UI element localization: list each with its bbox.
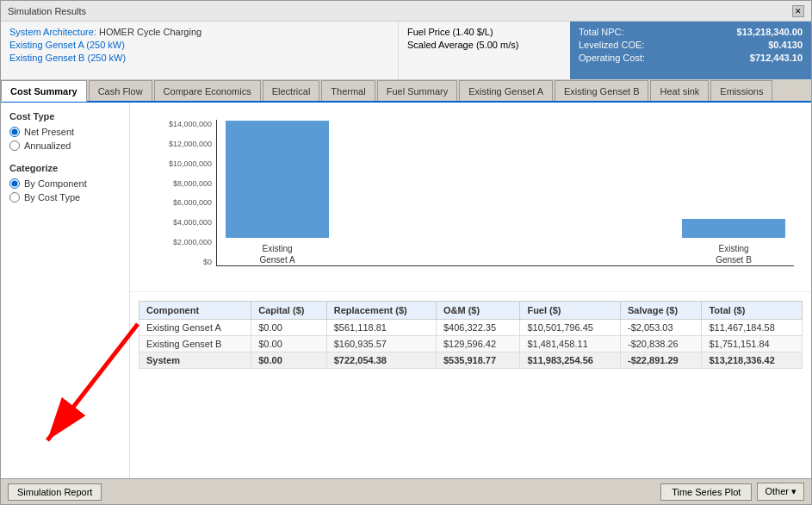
- operating-cost-value: $712,443.10: [750, 53, 803, 63]
- row2-replacement: $160,935.57: [326, 336, 436, 352]
- row3-component: System: [139, 352, 251, 369]
- col-capital: Capital ($): [251, 302, 327, 320]
- y-label-8m: $8,000,000: [173, 179, 212, 188]
- row2-om: $129,596.42: [436, 336, 519, 352]
- row1-component: Existing Genset A: [139, 320, 251, 336]
- by-cost-type-label: By Cost Type: [24, 192, 80, 203]
- bars-container: ExistingGenset A ExistingGenset B: [217, 120, 794, 265]
- row2-fuel: $1,481,458.11: [520, 336, 621, 352]
- time-series-plot-button[interactable]: Time Series Plot: [660, 483, 752, 501]
- other-button[interactable]: Other ▾: [757, 483, 804, 501]
- categorize-title: Categorize: [9, 163, 121, 173]
- bar-label-genset-b: ExistingGenset B: [716, 243, 752, 265]
- scaled-average-value: Scaled Average (5.00 m/s): [407, 40, 518, 50]
- title-bar: Simulation Results ✕: [1, 1, 811, 22]
- info-panel: System Architecture: HOMER Cycle Chargin…: [1, 22, 811, 80]
- main-window: Simulation Results ✕ System Architecture…: [0, 0, 812, 505]
- tab-bar: Cost Summary Cash Flow Compare Economics…: [1, 80, 811, 103]
- tab-cash-flow[interactable]: Cash Flow: [89, 80, 152, 101]
- row1-fuel: $10,501,796.45: [520, 320, 621, 336]
- net-present-input[interactable]: [9, 127, 20, 137]
- annualized-input[interactable]: [9, 140, 20, 151]
- table-area: Component Capital ($) Replacement ($) O&…: [130, 292, 811, 377]
- tab-cost-summary[interactable]: Cost Summary: [1, 80, 87, 102]
- y-axis: $14,000,000 $12,000,000 $10,000,000 $8,0…: [139, 120, 216, 266]
- tab-existing-genset-b[interactable]: Existing Genset B: [555, 80, 648, 101]
- col-salvage: Salvage ($): [620, 302, 701, 320]
- row1-total: $11,467,184.58: [702, 320, 803, 336]
- y-label-12m: $12,000,000: [169, 140, 212, 148]
- col-om: O&M ($): [436, 302, 519, 320]
- y-label-4m: $4,000,000: [173, 218, 212, 227]
- row1-om: $406,322.35: [436, 320, 519, 336]
- bar-genset-b: [682, 219, 785, 238]
- tab-existing-genset-a[interactable]: Existing Genset A: [459, 80, 553, 101]
- operating-cost-row: Operating Cost: $712,443.10: [579, 53, 803, 63]
- by-component-label: By Component: [24, 178, 87, 189]
- info-right: Total NPC: $13,218,340.00 Levelized COE:…: [570, 22, 811, 79]
- tab-emissions[interactable]: Emissions: [710, 80, 772, 101]
- col-component: Component: [139, 302, 251, 320]
- col-replacement: Replacement ($): [326, 302, 436, 320]
- col-total: Total ($): [702, 302, 803, 320]
- y-label-10m: $10,000,000: [169, 159, 212, 168]
- simulation-report-button[interactable]: Simulation Report: [8, 483, 102, 501]
- table-body: Existing Genset A $0.00 $561,118.81 $406…: [139, 320, 803, 369]
- row2-component: Existing Genset B: [139, 336, 251, 352]
- levelized-coe-value: $0.4130: [768, 40, 803, 50]
- y-label-14m: $14,000,000: [169, 120, 212, 128]
- window-title: Simulation Results: [8, 6, 86, 16]
- right-buttons: Time Series Plot Other ▾: [660, 483, 804, 501]
- main-area: $14,000,000 $12,000,000 $10,000,000 $8,0…: [130, 103, 811, 478]
- tab-compare-economics[interactable]: Compare Economics: [154, 80, 261, 101]
- table-row: Existing Genset B $0.00 $160,935.57 $129…: [139, 336, 803, 352]
- scaled-average-row: Scaled Average (5.00 m/s): [407, 40, 561, 50]
- cost-table: Component Capital ($) Replacement ($) O&…: [139, 301, 803, 369]
- row3-salvage: -$22,891.29: [620, 352, 701, 369]
- row3-om: $535,918.77: [436, 352, 519, 369]
- annualized-radio[interactable]: Annualized: [9, 140, 121, 151]
- tab-fuel-summary[interactable]: Fuel Summary: [377, 80, 458, 101]
- tab-electrical[interactable]: Electrical: [263, 80, 320, 101]
- by-cost-type-radio[interactable]: By Cost Type: [9, 192, 121, 203]
- row3-capital: $0.00: [251, 352, 327, 369]
- net-present-radio[interactable]: Net Present: [9, 127, 121, 137]
- chart-area: $14,000,000 $12,000,000 $10,000,000 $8,0…: [130, 103, 811, 292]
- by-component-input[interactable]: [9, 178, 20, 189]
- left-panel: Cost Type Net Present Annualized Categor…: [1, 103, 130, 478]
- tab-thermal[interactable]: Thermal: [321, 80, 375, 101]
- row1-replacement: $561,118.81: [326, 320, 436, 336]
- close-button[interactable]: ✕: [792, 5, 804, 17]
- total-npc-value: $13,218,340.00: [737, 27, 803, 37]
- operating-cost-label: Operating Cost:: [579, 53, 645, 63]
- row3-total: $13,218,336.42: [702, 352, 803, 369]
- by-component-radio[interactable]: By Component: [9, 178, 121, 189]
- levelized-coe-label: Levelized COE:: [579, 40, 644, 50]
- bar-group-genset-a: ExistingGenset A: [226, 121, 329, 265]
- y-label-0: $0: [203, 258, 212, 266]
- table-row-system: System $0.00 $722,054.38 $535,918.77 $11…: [139, 352, 803, 369]
- table-row: Existing Genset A $0.00 $561,118.81 $406…: [139, 320, 803, 336]
- row3-replacement: $722,054.38: [326, 352, 436, 369]
- total-npc-row: Total NPC: $13,218,340.00: [579, 27, 803, 37]
- chart-container: $14,000,000 $12,000,000 $10,000,000 $8,0…: [139, 111, 794, 266]
- chart-plot: ExistingGenset A ExistingGenset B: [216, 120, 794, 266]
- bottom-bar: Simulation Report Time Series Plot Other…: [1, 478, 811, 504]
- genset-b-row: Existing Genset B (250 kW): [9, 53, 389, 63]
- row1-capital: $0.00: [251, 320, 327, 336]
- bar-group-genset-b: ExistingGenset B: [682, 219, 785, 265]
- row1-salvage: -$2,053.03: [620, 320, 701, 336]
- total-npc-label: Total NPC:: [579, 27, 624, 37]
- info-middle: Fuel Price (1.40 $/L) Scaled Average (5.…: [398, 22, 570, 79]
- table-header-row: Component Capital ($) Replacement ($) O&…: [139, 302, 803, 320]
- genset-a-label: Existing Genset A (250 kW): [9, 40, 125, 50]
- system-arch-label: System Architecture:: [9, 27, 99, 37]
- categorize-section: Categorize By Component By Cost Type: [9, 163, 121, 203]
- by-cost-type-input[interactable]: [9, 192, 20, 203]
- tab-heat-sink[interactable]: Heat sink: [650, 80, 709, 101]
- y-label-6m: $6,000,000: [173, 198, 212, 207]
- system-arch-value: HOMER Cycle Charging: [99, 27, 201, 37]
- content-area: Cost Type Net Present Annualized Categor…: [1, 103, 811, 478]
- cost-type-section: Cost Type Net Present Annualized: [9, 111, 121, 151]
- system-arch-row: System Architecture: HOMER Cycle Chargin…: [9, 27, 389, 37]
